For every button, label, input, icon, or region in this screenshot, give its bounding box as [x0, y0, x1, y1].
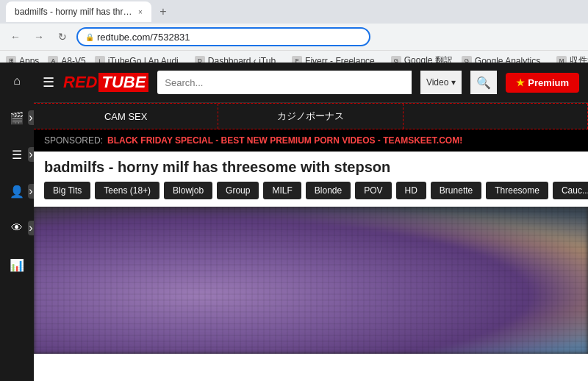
forward-button[interactable]: → [29, 27, 49, 46]
tags-row: Big Tits Teens (18+) Blowjob Group MILF … [34, 182, 588, 207]
video-icon: 🎬 [10, 111, 24, 125]
premium-label: Premium [528, 77, 569, 88]
expand-arrow-4[interactable]: › [28, 221, 34, 235]
tag-blowjob[interactable]: Blowjob [164, 182, 212, 199]
categories-icon: ☰ [12, 148, 22, 162]
sidebar-account[interactable]: 👤 › [0, 173, 34, 210]
sponsored-label: SPONSORED: [44, 135, 103, 146]
tag-group[interactable]: Group [217, 182, 259, 199]
video-player[interactable] [34, 207, 588, 354]
url-text: redtube.com/7532831 [97, 32, 362, 43]
main-content: SPONSORED: BLACK FRIDAY SPECIAL - BEST N… [34, 129, 588, 381]
nav-more[interactable] [404, 104, 588, 129]
lock-icon: 🔒 [85, 33, 94, 41]
site-header: ☰ REDTUBE Video ▾ 🔍 ★ Premium [34, 63, 588, 103]
logo-red-text: RED [63, 73, 97, 92]
active-tab[interactable]: badmilfs - horny milf has thre... × [6, 1, 151, 22]
site-content: ⌂ 🎬 › ☰ › 👤 › 👁 › 📊 ☰ REDTUBE [0, 63, 588, 381]
sidebar: ⌂ 🎬 › ☰ › 👤 › 👁 › 📊 [0, 63, 34, 381]
tag-milf[interactable]: MILF [263, 182, 301, 199]
navigation-bar: ← → ↻ 🔒 redtube.com/7532831 [0, 24, 588, 50]
tab-title: badmilfs - horny milf has thre... [15, 7, 132, 17]
nav-casino[interactable]: カジノボーナス [218, 104, 403, 129]
tag-pov[interactable]: POV [355, 182, 391, 199]
pixel-overlay [34, 207, 588, 354]
sidebar-stats[interactable]: 📊 [0, 246, 34, 283]
sidebar-discover[interactable]: 👁 › [0, 210, 34, 246]
sponsored-link[interactable]: BLACK FRIDAY SPECIAL - BEST NEW PREMIUM … [107, 135, 462, 146]
tag-cauc[interactable]: Cauc... [553, 182, 588, 199]
tag-blonde[interactable]: Blonde [306, 182, 351, 199]
search-type-dropdown[interactable]: Video ▾ [420, 71, 462, 94]
nav-cam-sex[interactable]: CAM SEX [34, 104, 218, 129]
sidebar-videos[interactable]: 🎬 › [0, 99, 34, 136]
back-button[interactable]: ← [6, 27, 25, 46]
sponsored-bar: SPONSORED: BLACK FRIDAY SPECIAL - BEST N… [34, 129, 588, 152]
nav-strip: CAM SEX カジノボーナス [34, 103, 588, 129]
search-type-label: Video [426, 77, 448, 88]
expand-arrow[interactable]: › [28, 110, 34, 125]
sidebar-categories[interactable]: ☰ › [0, 136, 34, 173]
premium-button[interactable]: ★ Premium [506, 73, 579, 93]
tag-brunette[interactable]: Brunette [431, 182, 481, 199]
refresh-button[interactable]: ↻ [53, 27, 72, 46]
hamburger-menu[interactable]: ☰ [43, 74, 54, 90]
tag-threesome[interactable]: Threesome [486, 182, 548, 199]
search-icon: 🔍 [476, 76, 491, 90]
search-bar [157, 71, 412, 94]
tag-teens[interactable]: Teens (18+) [95, 182, 159, 199]
home-icon: ⌂ [13, 74, 21, 88]
search-button[interactable]: 🔍 [470, 71, 497, 94]
stats-icon: 📊 [10, 258, 24, 272]
account-icon: 👤 [10, 185, 24, 199]
site-logo[interactable]: REDTUBE [63, 73, 148, 92]
star-icon: ★ [516, 77, 525, 88]
logo-tube-text: TUBE [98, 73, 148, 92]
discover-icon: 👁 [11, 221, 23, 235]
chevron-down-icon: ▾ [451, 77, 456, 88]
tab-close-button[interactable]: × [138, 8, 143, 16]
tag-big-tits[interactable]: Big Tits [44, 182, 90, 199]
address-bar[interactable]: 🔒 redtube.com/7532831 [76, 27, 370, 46]
tag-hd[interactable]: HD [396, 182, 426, 199]
sidebar-home[interactable]: ⌂ [0, 63, 34, 99]
new-tab-button[interactable]: + [154, 3, 172, 21]
video-title: badmilfs - horny milf has threesome with… [34, 152, 588, 182]
tab-bar: badmilfs - horny milf has thre... × + [0, 0, 588, 24]
search-input[interactable] [165, 77, 404, 88]
expand-arrow-3[interactable]: › [28, 184, 34, 199]
expand-arrow-2[interactable]: › [28, 147, 34, 162]
